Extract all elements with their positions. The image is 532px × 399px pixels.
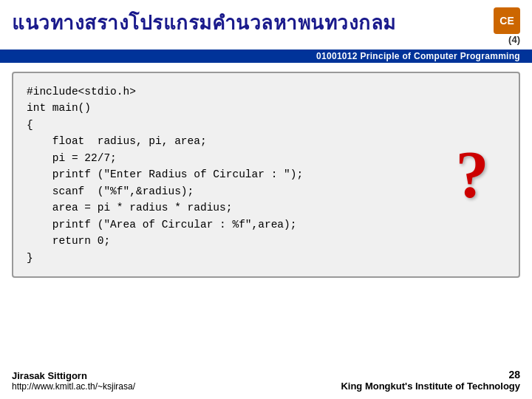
subtitle-text: 01001012 Principle of Computer Programmi… xyxy=(316,51,520,61)
footer: Jirasak Sittigorn http://www.kmitl.ac.th… xyxy=(0,369,532,392)
header-right: CE (4) xyxy=(494,7,520,47)
slide-number: (4) xyxy=(508,34,520,45)
page-container: แนวทางสรางโปรแกรมคำนวลหาพนทวงกลม CE (4) … xyxy=(0,0,532,399)
page-number: 28 xyxy=(508,369,520,381)
footer-left: Jirasak Sittigorn http://www.kmitl.ac.th… xyxy=(12,370,135,392)
institution-name: King Mongkut's Institute of Technology xyxy=(341,381,520,392)
ce-logo: CE xyxy=(494,7,520,34)
page-title: แนวทางสรางโปรแกรมคำนวลหาพนทวงกลม xyxy=(12,7,396,38)
code-section: #include<stdio.h> int main() { float rad… xyxy=(12,72,520,278)
header: แนวทางสรางโปรแกรมคำนวลหาพนทวงกลม CE (4) xyxy=(0,0,532,50)
code-block: #include<stdio.h> int main() { float rad… xyxy=(27,83,505,266)
author-name: Jirasak Sittigorn xyxy=(12,370,135,381)
question-mark-symbol: ? xyxy=(456,142,489,208)
subtitle-bar: 01001012 Principle of Computer Programmi… xyxy=(0,50,532,63)
author-url: http://www.kmitl.ac.th/~ksjirasa/ xyxy=(12,381,135,392)
question-mark-decoration: ? xyxy=(439,138,505,212)
footer-right: 28 King Mongkut's Institute of Technolog… xyxy=(341,369,520,392)
